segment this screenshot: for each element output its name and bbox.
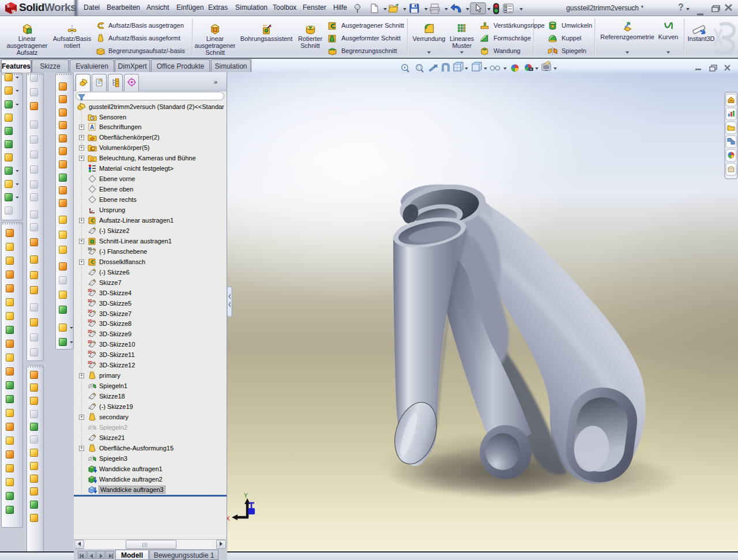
svg-text:3D: 3D	[88, 288, 93, 292]
svg-text:3D: 3D	[88, 360, 93, 364]
svg-text:3D: 3D	[88, 329, 93, 333]
svg-text:3D: 3D	[88, 309, 93, 313]
svg-text:3D: 3D	[88, 340, 93, 344]
svg-text:A: A	[90, 124, 94, 130]
svg-text:W: W	[12, 9, 16, 13]
svg-text:X: X	[227, 516, 230, 522]
svg-text:3D: 3D	[88, 350, 93, 354]
svg-text:3D: 3D	[88, 299, 93, 303]
svg-text:3D: 3D	[88, 319, 93, 323]
svg-text:S: S	[7, 4, 10, 8]
svg-text:Y: Y	[244, 493, 248, 499]
svg-text:30: 30	[88, 247, 92, 251]
